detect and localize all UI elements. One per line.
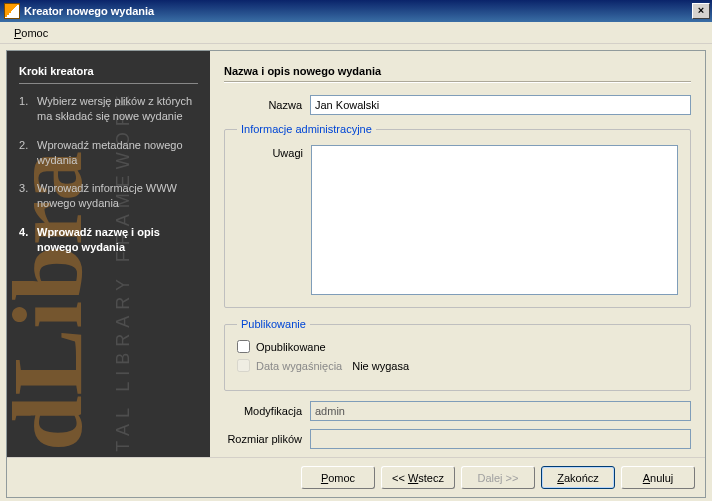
window-title: Kreator nowego wydania [24,5,692,17]
published-checkbox[interactable] [237,340,250,353]
wizard-sidebar: dLibra DIGITAL LIBRARY FRAMEWORK Kroki k… [7,51,210,457]
expiry-checkbox [237,359,250,372]
finish-button[interactable]: Zakończ [541,466,615,489]
published-label[interactable]: Opublikowane [256,341,326,353]
close-button[interactable]: × [692,3,710,19]
app-icon [4,3,20,19]
wizard-step-2: Wprowadź metadane nowego wydania [19,138,198,182]
page-title: Nazwa i opis nowego wydania [224,65,691,77]
name-row: Nazwa [224,95,691,115]
back-button[interactable]: << Wstecz [381,466,455,489]
title-bar: Kreator nowego wydania × [0,0,712,22]
filesize-row: Rozmiar plików [224,429,691,449]
sidebar-divider [19,83,198,84]
modification-field [310,401,691,421]
next-button: Dalej >> [461,466,535,489]
wizard-button-bar: Pomoc << Wstecz Dalej >> Zakończ Anuluj [7,457,705,497]
wizard-main-panel: Nazwa i opis nowego wydania Nazwa Inform… [210,51,705,457]
wizard-steps-list: Wybierz wersję plików z których ma skład… [19,94,198,269]
cancel-button[interactable]: Anuluj [621,466,695,489]
sidebar-heading: Kroki kreatora [19,65,198,77]
modification-row: Modyfikacja [224,401,691,421]
filesize-field [310,429,691,449]
wizard-step-1: Wybierz wersję plików z których ma skład… [19,94,198,138]
wizard-frame: dLibra DIGITAL LIBRARY FRAMEWORK Kroki k… [6,50,706,498]
expiry-value: Nie wygasa [352,360,409,372]
menu-bar: Pomoc [0,22,712,44]
filesize-label: Rozmiar plików [224,433,302,445]
help-button[interactable]: Pomoc [301,466,375,489]
name-input[interactable] [310,95,691,115]
name-label: Nazwa [224,99,302,111]
publish-group: Publikowanie Opublikowane Data wygaśnięc… [224,318,691,391]
modification-label: Modyfikacja [224,405,302,417]
page-title-divider [224,81,691,83]
notes-label: Uwagi [237,145,303,295]
notes-textarea[interactable] [311,145,678,295]
admin-info-group: Informacje administracyjne Uwagi [224,123,691,308]
wizard-content: dLibra DIGITAL LIBRARY FRAMEWORK Kroki k… [7,51,705,457]
menu-help[interactable]: Pomoc [6,25,56,41]
expiry-label: Data wygaśnięcia [256,360,342,372]
wizard-step-3: Wprowadź informacje WWW nowego wydania [19,181,198,225]
admin-info-legend: Informacje administracyjne [237,123,376,135]
wizard-step-4: Wprowadź nazwę i opis nowego wydania [19,225,198,269]
publish-legend: Publikowanie [237,318,310,330]
